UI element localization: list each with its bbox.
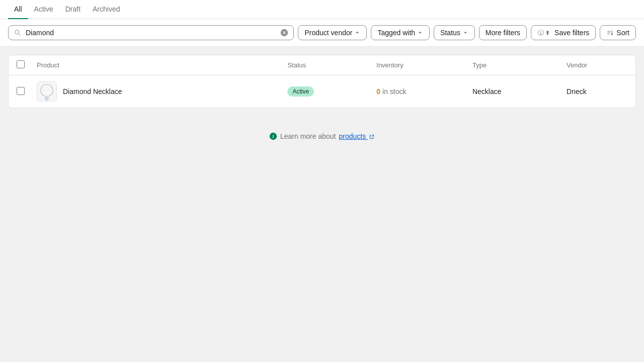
search-input[interactable]: [26, 29, 276, 37]
tab-draft[interactable]: Draft: [59, 0, 87, 19]
clear-search-button[interactable]: [280, 29, 288, 37]
product-column-header: Product: [29, 55, 279, 75]
tab-all[interactable]: All: [8, 0, 28, 19]
status-column-header: Status: [279, 55, 368, 75]
inventory-label: in stock: [382, 87, 406, 96]
product-cell: Diamond Necklace: [29, 75, 279, 108]
vendor-cell: Dneck: [558, 75, 635, 108]
type-column-header: Type: [464, 55, 558, 75]
table-row[interactable]: Diamond Necklace Active 0 in stock Neckl…: [9, 75, 635, 108]
svg-point-3: [46, 98, 47, 99]
toolbar: Product vendor Tagged with Status More f…: [0, 19, 644, 47]
select-all-checkbox[interactable]: [17, 60, 25, 68]
tagged-with-filter-button[interactable]: Tagged with: [371, 25, 430, 40]
inventory-count: 0: [376, 87, 380, 96]
products-table-container: Product Status Inventory Type Vendor: [8, 55, 636, 108]
product-name[interactable]: Diamond Necklace: [63, 87, 122, 96]
product-vendor-filter-button[interactable]: Product vendor: [298, 25, 367, 40]
inventory-cell: 0 in stock: [368, 75, 464, 108]
row-select-cell: [9, 75, 29, 108]
inventory-column-header: Inventory: [368, 55, 464, 75]
product-thumbnail: [37, 81, 57, 102]
tab-archived[interactable]: Archived: [87, 0, 126, 19]
vendor-column-header: Vendor: [558, 55, 635, 75]
table-header-row: Product Status Inventory Type Vendor: [9, 55, 635, 75]
more-filters-button[interactable]: More filters: [479, 25, 527, 40]
sort-label: Sort: [616, 29, 629, 37]
row-checkbox[interactable]: [17, 87, 25, 95]
status-badge: Active: [287, 86, 314, 97]
search-icon: [14, 29, 22, 37]
search-container: [8, 25, 294, 40]
footer-info: Learn more about products: [0, 116, 644, 156]
tabs-bar: All Active Draft Archived: [0, 0, 644, 19]
save-filters-button[interactable]: Save filters: [531, 25, 596, 40]
tab-active[interactable]: Active: [28, 0, 59, 19]
products-learn-more-link[interactable]: products: [339, 132, 375, 140]
save-filters-label: Save filters: [554, 29, 589, 37]
info-icon: [269, 132, 277, 140]
status-filter-button[interactable]: Status: [434, 25, 475, 40]
select-all-header: [9, 55, 29, 75]
type-cell: Necklace: [464, 75, 558, 108]
status-cell: Active: [279, 75, 368, 108]
footer-text: Learn more about: [280, 132, 336, 140]
products-table: Product Status Inventory Type Vendor: [9, 55, 635, 108]
sort-button[interactable]: Sort: [600, 25, 636, 40]
